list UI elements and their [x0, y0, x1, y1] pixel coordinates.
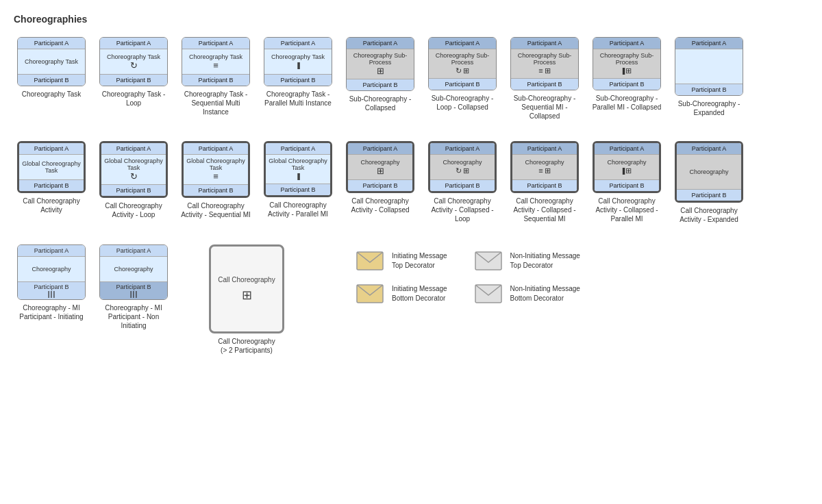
call-choreo-activity-label: Call Choreography Activity	[14, 197, 89, 214]
sub-choreo-par-mi-collapsed-participant-b: Participant B	[593, 78, 660, 90]
call-choreo-collapsed-loop-marker: ↻⊞	[456, 166, 469, 175]
call-choreo-par-mi-body: Global Choreography Task|||	[266, 155, 330, 184]
sub-choreo-seq-mi-collapsed-marker: ≡⊞	[538, 66, 550, 75]
non-initiating-top-decorator: Non-Initiating MessageTop Decorator	[475, 251, 580, 270]
sub-choreo-loop-collapsed-marker: ↻⊞	[456, 66, 469, 75]
call-choreo-activity-participant-a: Participant A	[19, 143, 84, 155]
choreo-task-label: Choreography Task	[22, 90, 82, 99]
call-choreo-collapsed-par-mi-body-text: Choreography	[607, 159, 646, 166]
call-choreo-expanded-body: Choreography	[677, 155, 741, 189]
call-choreo-loop-participant-a: Participant A	[101, 143, 166, 155]
page-title: Choreographies	[14, 14, 808, 25]
call-choreo-activity-body: Global Choreography Task	[19, 155, 84, 179]
call-choreo-collapsed-seq-mi-body-text: Choreography	[525, 159, 564, 166]
non-initiating-decorators: Non-Initiating MessageTop Decorator Non-…	[475, 251, 580, 303]
choreo-task-seq-mi: Participant AChoreography Task≡Participa…	[178, 37, 253, 121]
initiating-decorators: Initiating MessageTop Decorator Initiati…	[356, 251, 447, 303]
choreo-task-loop-body-text: Choreography Task	[107, 53, 160, 60]
call-choreo-loop-box: Participant AGlobal Choreography Task↻Pa…	[99, 141, 168, 198]
choreo-task-loop-participant-a: Participant A	[100, 38, 167, 49]
sub-choreo-collapsed-participant-b: Participant B	[347, 79, 414, 90]
choreo-mi-non-initiating-body: Choreography	[100, 257, 167, 281]
call-choreo-loop-participant-b: Participant B	[101, 184, 166, 196]
big-choreo-item: Call Choreography ⊞ Call Choreography(> …	[206, 244, 288, 355]
sub-choreo-collapsed-label: Sub-Choreography - Collapsed	[342, 94, 418, 112]
call-choreo-collapsed: Participant AChoreography⊞Participant BC…	[342, 141, 418, 224]
call-choreo-par-mi-marker: |||	[297, 171, 299, 181]
call-choreo-seq-mi-body: Global Choreography Task≡	[184, 155, 248, 184]
call-choreo-expanded-body-text: Choreography	[689, 168, 728, 175]
non-initiating-bottom-envelope	[475, 284, 502, 303]
initiating-bottom-decorator: Initiating MessageBottom Decorator	[356, 284, 447, 303]
sub-choreo-loop-collapsed-box: Participant AChoreography Sub-Process↻⊞P…	[428, 37, 497, 90]
call-choreo-expanded-participant-a: Participant A	[677, 143, 741, 155]
sub-choreo-loop-collapsed-body: Choreography Sub-Process↻⊞	[429, 49, 496, 78]
call-choreo-par-mi-participant-b: Participant B	[266, 184, 330, 195]
call-choreo-collapsed-loop-body-text: Choreography	[443, 159, 482, 166]
call-choreo-expanded-participant-b: Participant B	[677, 189, 741, 201]
sub-choreo-par-mi-collapsed-marker: |||⊞	[622, 66, 632, 75]
call-choreo-collapsed-loop-participant-b: Participant B	[430, 179, 495, 191]
choreo-task-seq-mi-participant-a: Participant A	[182, 38, 249, 49]
choreo-mi-non-initiating-box: Participant AChoreographyParticipant B||…	[99, 244, 168, 300]
choreo-mi-non-initiating-mi-markers: |||	[103, 290, 164, 298]
non-initiating-top-label: Non-Initiating MessageTop Decorator	[510, 251, 580, 270]
choreo-task-seq-mi-body: Choreography Task≡	[182, 49, 249, 74]
initiating-bottom-envelope	[356, 284, 384, 303]
call-choreo-collapsed-seq-mi: Participant AChoreography≡⊞Participant B…	[507, 141, 582, 224]
call-choreo-expanded-label: Call Choreography Activity - Expanded	[671, 206, 747, 224]
call-choreo-activity-participant-b: Participant B	[19, 179, 84, 191]
call-choreo-collapsed-marker: ⊞	[377, 166, 384, 176]
call-choreo-loop-marker: ↻	[130, 171, 138, 181]
choreo-mi-non-initiating-label: Choreography - MI Participant - Non Init…	[96, 303, 171, 330]
call-choreo-seq-mi: Participant AGlobal Choreography Task≡Pa…	[178, 141, 253, 224]
choreo-mi-non-initiating-participant-b: Participant B|||	[100, 281, 167, 299]
choreo-task-loop-body: Choreography Task↻	[100, 49, 167, 74]
big-choreo-box: Call Choreography ⊞	[209, 244, 284, 333]
non-initiating-top-envelope	[475, 251, 502, 270]
sub-choreo-seq-mi-collapsed: Participant AChoreography Sub-Process≡⊞P…	[507, 37, 582, 121]
call-choreo-activity-body-text: Global Choreography Task	[21, 160, 82, 174]
call-choreo-collapsed-par-mi-participant-a: Participant A	[595, 143, 659, 155]
sub-choreo-loop-collapsed-label: Sub-Choreography - Loop - Collapsed	[425, 94, 500, 112]
choreo-task-par-mi-body: Choreography Task|||	[264, 49, 332, 74]
row1: Participant AChoreography TaskParticipan…	[14, 37, 808, 121]
call-choreo-seq-mi-label: Call Choreography Activity - Sequential …	[178, 201, 253, 219]
choreo-task-seq-mi-body-text: Choreography Task	[189, 53, 242, 60]
row2: Participant AGlobal Choreography TaskPar…	[14, 141, 808, 224]
call-choreo-par-mi-box: Participant AGlobal Choreography Task|||…	[264, 141, 332, 197]
choreo-task-par-mi-body-text: Choreography Task	[271, 53, 325, 60]
choreo-task-seq-mi-marker: ≡	[213, 60, 219, 71]
initiating-top-decorator: Initiating MessageTop Decorator	[356, 251, 447, 270]
call-choreo-activity: Participant AGlobal Choreography TaskPar…	[14, 141, 89, 224]
call-choreo-seq-mi-participant-a: Participant A	[184, 143, 248, 155]
call-choreo-collapsed-box: Participant AChoreography⊞Participant B	[346, 141, 414, 193]
initiating-bottom-label: Initiating MessageBottom Decorator	[392, 284, 447, 303]
call-choreo-collapsed-seq-mi-label: Call Choreography Activity - Collapsed -…	[507, 197, 582, 223]
call-choreo-collapsed-seq-mi-box: Participant AChoreography≡⊞Participant B	[510, 141, 579, 193]
sub-choreo-loop-collapsed-body-text: Choreography Sub-Process	[431, 52, 494, 66]
call-choreo-activity-box: Participant AGlobal Choreography TaskPar…	[17, 141, 86, 193]
call-choreo-loop-body-text: Global Choreography Task	[103, 158, 164, 171]
call-choreo-seq-mi-marker: ≡	[213, 171, 219, 181]
choreo-task-seq-mi-participant-b: Participant B	[182, 74, 249, 86]
choreo-task: Participant AChoreography TaskParticipan…	[14, 37, 89, 121]
choreo-mi-initiating-body: Choreography	[18, 257, 85, 281]
choreo-task-loop: Participant AChoreography Task↻Participa…	[96, 37, 171, 121]
choreo-mi-initiating-participant-b-text: Participant B	[21, 284, 82, 290]
call-choreo-loop-body: Global Choreography Task↻	[101, 155, 166, 184]
call-choreo-collapsed-loop-label: Call Choreography Activity - Collapsed -…	[425, 197, 500, 223]
sub-choreo-seq-mi-collapsed-participant-b: Participant B	[511, 78, 578, 90]
initiating-top-envelope	[356, 251, 384, 270]
sub-choreo-par-mi-collapsed-label: Sub-Choreography - Parallel MI - Collaps…	[589, 94, 664, 112]
call-choreo-collapsed-loop-participant-a: Participant A	[430, 143, 495, 155]
big-choreo-text: Call Choreography	[214, 276, 278, 284]
row3-items: Participant AChoreographyParticipant B||…	[14, 244, 171, 330]
call-choreo-collapsed-loop-body: Choreography↻⊞	[430, 155, 495, 179]
choreo-task-seq-mi-box: Participant AChoreography Task≡Participa…	[182, 37, 250, 86]
sub-choreo-expanded-participant-b: Participant B	[675, 84, 743, 95]
sub-choreo-collapsed-participant-a: Participant A	[347, 38, 414, 49]
sub-choreo-par-mi-collapsed-box: Participant AChoreography Sub-Process|||…	[593, 37, 661, 90]
row2-items: Participant AGlobal Choreography TaskPar…	[14, 141, 808, 224]
call-choreo-collapsed-par-mi-participant-b: Participant B	[595, 179, 659, 191]
